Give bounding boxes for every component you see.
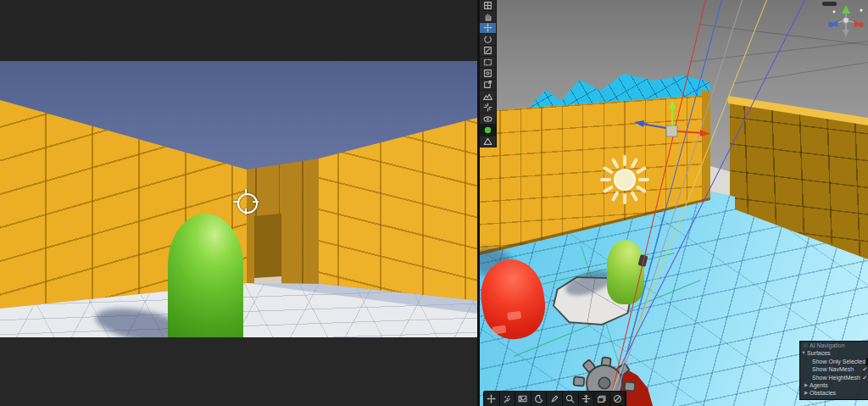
gizmos-toggle-button[interactable] bbox=[579, 392, 595, 406]
corner-icon bbox=[483, 80, 492, 89]
terrain-icon bbox=[483, 92, 492, 101]
custom-tool-button[interactable] bbox=[480, 80, 496, 91]
disable-button[interactable] bbox=[610, 392, 626, 406]
brush-button[interactable] bbox=[547, 392, 563, 406]
paint-button[interactable] bbox=[500, 392, 516, 406]
tool-settings-button[interactable] bbox=[480, 0, 496, 11]
grid-icon bbox=[483, 1, 492, 10]
sky-grid-line bbox=[734, 62, 868, 84]
scene-orientation-gizmo[interactable] bbox=[824, 2, 868, 41]
layers-icon bbox=[597, 394, 606, 403]
ai-navigation-header[interactable]: AI Navigation bbox=[800, 342, 868, 349]
directional-light-sun-icon[interactable] bbox=[599, 154, 650, 205]
transform-tool-button[interactable] bbox=[480, 68, 496, 79]
lighting-toggle-button[interactable] bbox=[531, 392, 548, 406]
mountain-icon bbox=[483, 136, 492, 146]
scale-icon bbox=[483, 46, 492, 55]
scale-tool-button[interactable] bbox=[480, 46, 496, 57]
tools-overlay-toolbar bbox=[480, 0, 497, 147]
view-hand-tool-button[interactable] bbox=[480, 11, 496, 22]
rect-tool-button[interactable] bbox=[480, 57, 496, 68]
rotate-icon bbox=[483, 35, 492, 44]
surfaces-label: Surfaces bbox=[807, 349, 831, 357]
green-dot-icon bbox=[483, 125, 492, 135]
show-only-selected-label: Show Only Selected bbox=[812, 358, 865, 365]
image-icon bbox=[518, 394, 527, 403]
magnifier-icon bbox=[565, 394, 575, 403]
sky-grid-line bbox=[692, 41, 868, 62]
layers-button[interactable] bbox=[594, 392, 610, 406]
green-capsule-agent[interactable] bbox=[607, 240, 644, 304]
heightmesh-tool-button[interactable] bbox=[480, 136, 496, 147]
obstacles-foldout[interactable]: ▶ Obstacles bbox=[800, 389, 868, 397]
texture-button[interactable] bbox=[515, 392, 531, 406]
scene-view-bottom-toolbar bbox=[483, 391, 626, 406]
ai-navigation-title: AI Navigation bbox=[810, 342, 845, 349]
cross-icon bbox=[581, 394, 591, 403]
spark-icon bbox=[483, 103, 492, 112]
visibility-tool-button[interactable] bbox=[480, 114, 496, 125]
brush-icon bbox=[550, 394, 559, 403]
agents-foldout[interactable]: ▶ Agents bbox=[800, 381, 868, 389]
game-view-letterbox-top bbox=[0, 0, 477, 61]
zoom-button[interactable] bbox=[563, 392, 579, 406]
show-only-selected-row[interactable]: Show Only Selected bbox=[800, 358, 868, 365]
show-heightmesh-row[interactable]: Show HeightMesh ✓ bbox=[800, 374, 868, 381]
foldout-closed-icon[interactable]: ▶ bbox=[803, 389, 810, 397]
terrain-tool-button[interactable] bbox=[480, 91, 496, 102]
show-navmesh-row[interactable]: Show NavMesh ✓ bbox=[800, 365, 868, 373]
checkmark-icon[interactable]: ✓ bbox=[862, 365, 867, 373]
foldout-open-icon[interactable]: ▼ bbox=[800, 349, 807, 357]
slash-icon bbox=[613, 394, 622, 403]
obstacles-label: Obstacles bbox=[810, 389, 836, 397]
rotate-tool-button[interactable] bbox=[480, 34, 496, 45]
checkmark-icon[interactable]: ✓ bbox=[862, 374, 867, 381]
show-heightmesh-label: Show HeightMesh bbox=[812, 374, 860, 381]
hand-icon bbox=[483, 12, 492, 21]
effects-tool-button[interactable] bbox=[480, 103, 496, 114]
eye-icon bbox=[483, 114, 492, 124]
spray-icon bbox=[503, 394, 512, 403]
foldout-closed-icon[interactable]: ▶ bbox=[803, 381, 810, 389]
navmesh-tool-button[interactable] bbox=[480, 125, 496, 136]
transform-icon bbox=[483, 69, 492, 78]
agents-label: Agents bbox=[810, 381, 828, 389]
editor-window: AI Navigation ▼ Surfaces Show Only Selec… bbox=[0, 0, 868, 406]
move-tool-button[interactable] bbox=[480, 23, 496, 34]
pan-view-button[interactable] bbox=[484, 392, 500, 406]
scene-view-panel[interactable]: AI Navigation ▼ Surfaces Show Only Selec… bbox=[480, 0, 868, 406]
move-icon bbox=[487, 394, 496, 403]
green-capsule-player bbox=[168, 214, 243, 337]
moon-icon bbox=[534, 394, 543, 403]
drag-handle-icon[interactable] bbox=[803, 343, 808, 348]
game-view-letterbox-bottom bbox=[0, 337, 477, 406]
target-reticle-icon bbox=[233, 189, 259, 214]
move-transform-gizmo[interactable] bbox=[632, 100, 710, 144]
game-view-panel bbox=[0, 0, 477, 406]
ai-navigation-panel: AI Navigation ▼ Surfaces Show Only Selec… bbox=[799, 341, 868, 400]
move-icon bbox=[483, 23, 492, 32]
rect-icon bbox=[483, 58, 492, 67]
game-viewport[interactable] bbox=[0, 61, 477, 337]
surfaces-foldout[interactable]: ▼ Surfaces bbox=[800, 349, 868, 357]
show-navmesh-label: Show NavMesh bbox=[812, 365, 854, 373]
